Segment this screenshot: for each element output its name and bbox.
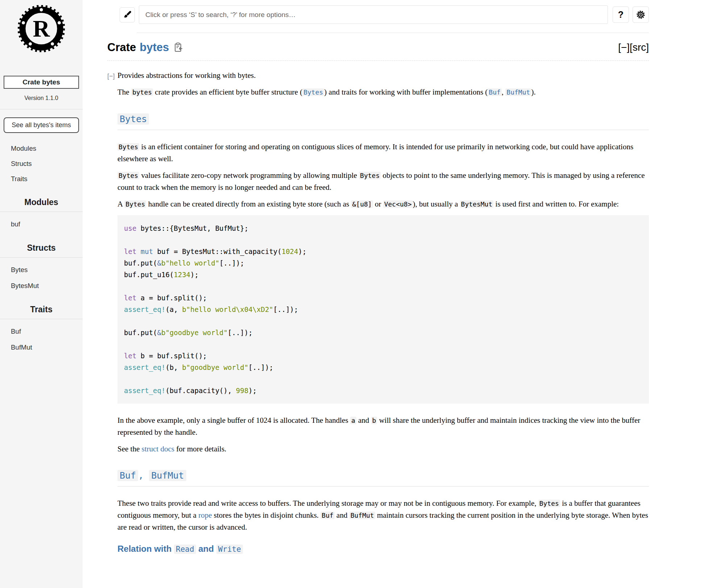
sidebar-heading-modules: Modules	[0, 197, 83, 212]
doc-inline-text: The	[117, 88, 131, 96]
search-divider	[137, 33, 649, 33]
doc-inline-text: for more details.	[174, 445, 226, 453]
search-bar: ?	[107, 5, 649, 24]
doc-inline-link[interactable]: Buf	[488, 88, 502, 96]
sidebar-item-bytesmut[interactable]: BytesMut	[0, 278, 83, 294]
help-button[interactable]: ?	[613, 7, 629, 23]
sidebar-block-structs: Structs Bytes BytesMut	[0, 243, 83, 294]
doc-inline-link[interactable]: Read	[174, 545, 196, 554]
sidebar-link-traits[interactable]: Traits	[0, 171, 83, 187]
doc-inline-link[interactable]: Buf	[117, 470, 138, 481]
doc-inline-text: Buf	[320, 512, 335, 519]
settings-button[interactable]	[633, 7, 649, 23]
search-input[interactable]	[139, 5, 608, 24]
rust-logo[interactable]: R	[18, 5, 65, 54]
doc-inline-text: or	[373, 200, 383, 208]
collapse-all-toggle[interactable]: [−]	[618, 42, 630, 53]
see-all-items-button[interactable]: See all bytes's items	[4, 117, 79, 133]
doc-inline-text: ).	[531, 88, 535, 96]
doc-inline-text: Bytes	[538, 500, 560, 507]
doc-inline-text: stores the bytes in disjoint chunks.	[212, 511, 321, 520]
doc-paragraph: In the above example, only a single buff…	[117, 414, 649, 438]
main-content: ? Crate bytes [	[83, 0, 725, 588]
sidebar-block-traits: Traits Buf BufMut	[0, 305, 83, 355]
page-title-prefix: Crate	[107, 41, 136, 54]
page-title-row: Crate bytes [−][src]	[107, 41, 649, 61]
sidebar-divider	[0, 109, 83, 109]
doc-inline-text: BufMut	[349, 512, 375, 519]
rust-gear-logo-icon: R	[18, 5, 65, 52]
doc-inline-text: is used first and written to. For exampl…	[493, 200, 619, 208]
code-example-block: use bytes::{BytesMut, BufMut}; let mut b…	[117, 215, 649, 404]
doc-inline-text: and	[335, 511, 349, 520]
doc-inline-text: values facilitate zero-copy network prog…	[139, 171, 359, 180]
doc-paragraph: These two traits provide read and write …	[117, 497, 649, 533]
doc-inline-text: and	[356, 416, 371, 425]
doc-inline-link[interactable]: BufMut	[505, 88, 531, 96]
doc-inline-text: These two traits provide read and write …	[117, 499, 538, 508]
doc-inline-text: Relation with	[117, 544, 174, 554]
doc-inline-text: Vec<u8>	[383, 200, 413, 208]
crate-location: Crate bytes	[4, 76, 79, 89]
sidebar-item-buf-trait[interactable]: Buf	[0, 324, 83, 339]
sidebar: R Crate bytes Version 1.1.0 See all byte…	[0, 0, 83, 588]
doc-inline-text: handle can be created directly from an e…	[146, 200, 351, 208]
doc-inline-text: See the	[117, 445, 141, 453]
doc-inline-text: bytes	[131, 88, 153, 96]
sidebar-heading-structs: Structs	[0, 243, 83, 258]
doc-inline-link[interactable]: Bytes	[117, 113, 149, 125]
section-heading-buf-bufmut: Buf, BufMut	[117, 470, 649, 487]
doc-collapse-toggle[interactable]: [−]	[107, 70, 115, 82]
sidebar-link-structs[interactable]: Structs	[0, 156, 83, 171]
sidebar-item-bufmut-trait[interactable]: BufMut	[0, 339, 83, 355]
doc-paragraph: See the struct docs for more details.	[117, 443, 649, 455]
doc-paragraph: A Bytes handle can be created directly f…	[117, 198, 649, 210]
clipboard-icon	[174, 42, 183, 53]
doc-inline-text: is an efficient container for storing an…	[117, 142, 633, 163]
svg-text:R: R	[33, 16, 50, 42]
doc-inline-text: crate provides an efficient byte buffer …	[153, 88, 302, 96]
out-of-band: [−][src]	[618, 42, 649, 53]
paintbrush-icon	[123, 10, 132, 19]
doc-inline-text: Bytes	[124, 200, 146, 208]
gear-icon	[636, 10, 646, 20]
doc-inline-text: b	[371, 417, 377, 424]
doc-inline-text: Bytes	[117, 172, 139, 179]
section-heading-bytes: Bytes	[117, 113, 649, 130]
doc-inline-text: In the above example, only a single buff…	[117, 416, 350, 425]
doc-inline-link[interactable]: rope	[198, 511, 212, 520]
doc-inline-text: Bytes	[359, 172, 381, 179]
doc-inline-link[interactable]: BufMut	[149, 470, 186, 481]
sidebar-item-bytes[interactable]: Bytes	[0, 262, 83, 278]
doc-inline-text: ), but usually a	[413, 200, 460, 208]
doc-inline-link[interactable]: Bytes	[302, 88, 324, 96]
doc-inline-text: &[u8]	[351, 200, 373, 208]
crate-version: Version 1.1.0	[0, 95, 83, 101]
sidebar-heading-traits: Traits	[0, 305, 83, 319]
copy-path-button[interactable]	[174, 42, 183, 53]
doc-summary: Provides abstractions for working with b…	[117, 71, 256, 80]
doc-inline-text: and	[196, 544, 216, 554]
doc-paragraph: Bytes values facilitate zero-copy networ…	[117, 170, 649, 193]
sidebar-block-modules: Modules buf	[0, 197, 83, 232]
sidebar-link-modules[interactable]: Modules	[0, 141, 83, 156]
section-heading-relation-read-write: Relation with Read and Write	[117, 543, 649, 555]
doc-inline-text: BytesMut	[460, 200, 494, 208]
doc-inline-text: ,	[138, 470, 149, 481]
doc-paragraph-intro: The bytes crate provides an efficient by…	[117, 86, 649, 98]
src-link[interactable]: [src]	[630, 42, 649, 53]
theme-picker-button[interactable]	[120, 7, 135, 22]
doc-inline-text: ,	[502, 88, 506, 96]
doc-inline-text: A	[117, 200, 124, 208]
doc-inline-text: ) and traits for working with buffer imp…	[324, 88, 488, 96]
doc-inline-link[interactable]: struct docs	[141, 445, 174, 453]
page-title-crate-link[interactable]: bytes	[140, 41, 169, 54]
sidebar-item-buf-module[interactable]: buf	[0, 216, 83, 232]
doc-paragraph: Bytes is an efficient container for stor…	[117, 141, 649, 164]
doc-inline-text: a	[350, 417, 356, 424]
docblock: [−] Provides abstractions for working wi…	[117, 70, 649, 555]
doc-inline-text: Bytes	[117, 143, 139, 151]
doc-inline-link[interactable]: Write	[216, 545, 243, 554]
sidebar-top-links: Modules Structs Traits	[0, 141, 83, 187]
